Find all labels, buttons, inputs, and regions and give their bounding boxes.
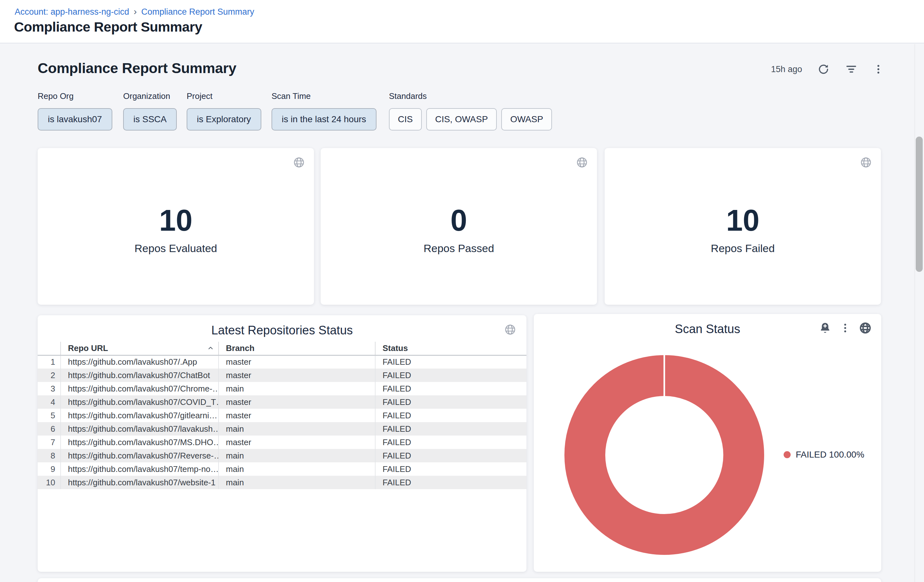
table-row: 5 https://github.com/lavakush07/gitlearn… bbox=[38, 409, 526, 422]
filter-group-standards: Standards CIS CIS, OWASP OWASP bbox=[389, 91, 552, 130]
branch-cell: master bbox=[219, 409, 375, 422]
table-row: 8 https://github.com/lavakush07/Reverse-… bbox=[38, 449, 526, 462]
last-refresh-label: 15h ago bbox=[771, 64, 802, 74]
kebab-menu-icon[interactable] bbox=[873, 64, 884, 75]
breadcrumb: Account: app-harness-ng-cicd › Complianc… bbox=[15, 7, 254, 17]
row-index: 6 bbox=[38, 422, 61, 435]
standards-options: CIS CIS, OWASP OWASP bbox=[389, 108, 552, 130]
branch-cell: master bbox=[219, 395, 375, 409]
globe-icon[interactable] bbox=[859, 322, 872, 335]
globe-icon[interactable] bbox=[504, 323, 516, 336]
legend-failed-label: FAILED 100.00% bbox=[796, 450, 865, 460]
branch-cell: main bbox=[219, 462, 375, 476]
branch-cell: master bbox=[219, 355, 375, 369]
stat-label: Repos Passed bbox=[423, 242, 494, 255]
bell-plus-icon[interactable] bbox=[819, 322, 832, 335]
status-cell: FAILED bbox=[375, 449, 526, 462]
column-header-status[interactable]: Status bbox=[375, 342, 526, 355]
table-card-title: Latest Repositories Status bbox=[38, 323, 526, 337]
repositories-table: Repo URL Branch Status 1 https://github.… bbox=[38, 342, 526, 489]
branch-cell: main bbox=[219, 476, 375, 489]
refresh-icon[interactable] bbox=[817, 63, 830, 75]
globe-icon[interactable] bbox=[293, 157, 305, 168]
table-row: 7 https://github.com/lavakush07/MS.DHO… … bbox=[38, 435, 526, 449]
stat-value: 10 bbox=[726, 204, 760, 236]
table-header-row: Repo URL Branch Status bbox=[38, 342, 526, 355]
row-index: 4 bbox=[38, 395, 61, 409]
scrollbar-thumb[interactable] bbox=[916, 137, 923, 272]
table-row: 2 https://github.com/lavakush07/ChatBot … bbox=[38, 369, 526, 382]
status-cell: FAILED bbox=[375, 422, 526, 435]
dashboard-title: Compliance Report Summary bbox=[38, 60, 236, 77]
stat-card-repos-evaluated: 10 Repos Evaluated bbox=[38, 148, 314, 305]
kebab-menu-icon[interactable] bbox=[840, 323, 851, 333]
repo-url-cell: https://github.com/lavakush07/temp-no… bbox=[61, 462, 219, 476]
repo-url-cell: https://github.com/lavakush07/.App bbox=[61, 355, 219, 369]
standards-option-cis-owasp[interactable]: CIS, OWASP bbox=[426, 108, 497, 130]
stat-label: Repos Failed bbox=[711, 242, 775, 255]
latest-repositories-card: Latest Repositories Status Repo URL Bran… bbox=[38, 315, 526, 572]
filter-chip-organization[interactable]: is SSCA bbox=[123, 108, 177, 130]
filter-label-repo-org: Repo Org bbox=[38, 91, 112, 101]
filter-chip-project[interactable]: is Exploratory bbox=[186, 108, 261, 130]
scrollbar-track bbox=[914, 44, 924, 582]
chart-legend[interactable]: FAILED 100.00% bbox=[784, 450, 865, 460]
filter-icon[interactable] bbox=[845, 63, 858, 76]
table-row: 6 https://github.com/lavakush07/lavakush… bbox=[38, 422, 526, 435]
row-index: 9 bbox=[38, 462, 61, 476]
column-header-branch[interactable]: Branch bbox=[219, 342, 375, 355]
sort-ascending-icon bbox=[207, 344, 214, 352]
repo-url-cell: https://github.com/lavakush07/COVID_T… bbox=[61, 395, 219, 409]
compliance-report-screen: Account: app-harness-ng-cicd › Complianc… bbox=[0, 0, 924, 582]
table-row: 10 https://github.com/lavakush07/website… bbox=[38, 476, 526, 489]
column-header-label: Branch bbox=[226, 343, 255, 353]
scan-card-actions bbox=[819, 322, 872, 335]
row-index: 8 bbox=[38, 449, 61, 462]
breadcrumb-account-link[interactable]: Account: app-harness-ng-cicd bbox=[15, 7, 129, 17]
globe-icon[interactable] bbox=[860, 157, 872, 168]
row-index: 2 bbox=[38, 369, 61, 382]
column-header-label: Status bbox=[383, 343, 408, 353]
scan-status-card: Scan Status FAILED 100.00% bbox=[534, 314, 881, 572]
stat-card-repos-passed: 0 Repos Passed bbox=[321, 148, 597, 305]
standards-option-owasp[interactable]: OWASP bbox=[501, 108, 552, 130]
table-row: 1 https://github.com/lavakush07/.App mas… bbox=[38, 355, 526, 369]
filter-group-project: Project is Exploratory bbox=[186, 91, 261, 130]
globe-icon[interactable] bbox=[576, 157, 588, 168]
row-index: 10 bbox=[38, 476, 61, 489]
table-row: 4 https://github.com/lavakush07/COVID_T…… bbox=[38, 395, 526, 409]
breadcrumb-current-link[interactable]: Compliance Report Summary bbox=[141, 7, 254, 17]
stat-label: Repos Evaluated bbox=[135, 242, 217, 255]
filter-label-scan-time: Scan Time bbox=[272, 91, 376, 101]
branch-cell: master bbox=[219, 435, 375, 449]
repo-url-cell: https://github.com/lavakush07/lavakush… bbox=[61, 422, 219, 435]
row-number-column-header bbox=[38, 342, 61, 355]
dashboard-controls: 15h ago bbox=[771, 62, 884, 77]
repo-url-cell: https://github.com/lavakush07/Reverse-… bbox=[61, 449, 219, 462]
table-row: 3 https://github.com/lavakush07/Chrome-…… bbox=[38, 382, 526, 395]
filter-label-organization: Organization bbox=[123, 91, 177, 101]
breadcrumb-chevron-icon: › bbox=[134, 7, 137, 16]
status-cell: FAILED bbox=[375, 435, 526, 449]
stat-card-repos-failed: 10 Repos Failed bbox=[605, 148, 881, 305]
status-cell: FAILED bbox=[375, 476, 526, 489]
page-title: Compliance Report Summary bbox=[14, 19, 202, 35]
column-header-label: Repo URL bbox=[68, 343, 108, 353]
standards-option-cis[interactable]: CIS bbox=[389, 108, 422, 130]
column-header-repo-url[interactable]: Repo URL bbox=[61, 342, 219, 355]
legend-failed-dot bbox=[784, 451, 790, 458]
filter-chip-scan-time[interactable]: is in the last 24 hours bbox=[272, 108, 376, 130]
row-index: 1 bbox=[38, 355, 61, 369]
row-index: 7 bbox=[38, 435, 61, 449]
repo-url-cell: https://github.com/lavakush07/website-1 bbox=[61, 476, 219, 489]
row-index: 3 bbox=[38, 382, 61, 395]
page-header: Account: app-harness-ng-cicd › Complianc… bbox=[0, 0, 924, 43]
status-cell: FAILED bbox=[375, 382, 526, 395]
repo-url-cell: https://github.com/lavakush07/MS.DHO… bbox=[61, 435, 219, 449]
status-cell: FAILED bbox=[375, 369, 526, 382]
filter-chip-repo-org[interactable]: is lavakush07 bbox=[38, 108, 112, 130]
branch-cell: main bbox=[219, 382, 375, 395]
status-cell: FAILED bbox=[375, 409, 526, 422]
branch-cell: master bbox=[219, 369, 375, 382]
filter-label-project: Project bbox=[186, 91, 261, 101]
